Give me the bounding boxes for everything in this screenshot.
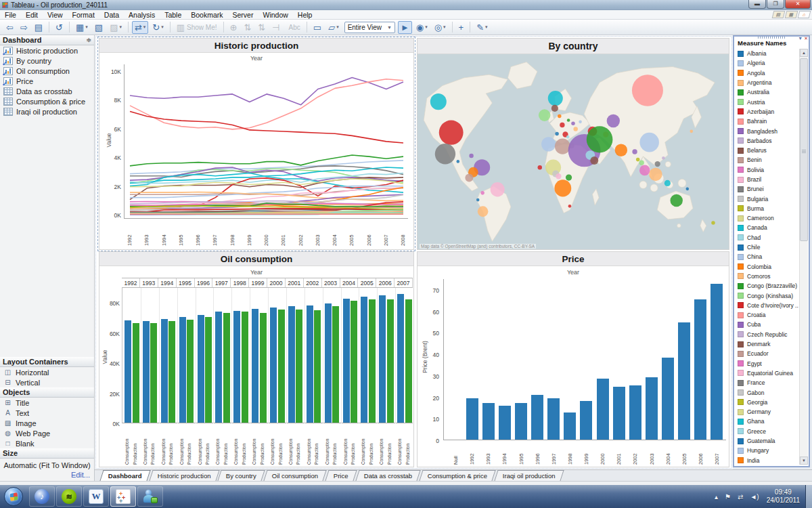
oc-bar-consumption-2003[interactable]	[325, 303, 332, 423]
oc-bar-consumption-1999[interactable]	[252, 309, 258, 423]
size-edit-link[interactable]: Edit...	[0, 471, 94, 481]
map-bubble-poland[interactable]	[567, 119, 570, 122]
object-item-title[interactable]: ⊞Title	[0, 398, 94, 408]
legend-item-bangladesh[interactable]: Bangladesh	[736, 126, 798, 135]
map-bubble-cameroon[interactable]	[556, 173, 561, 179]
oc-bar-consumption-1994[interactable]	[161, 319, 168, 423]
oc-bar-production-1998[interactable]	[242, 312, 248, 423]
legend-item-canada[interactable]: Canada	[736, 223, 798, 232]
legend-item-comoros[interactable]: Comoros	[736, 272, 798, 281]
toolbar-presentation-mode[interactable]: ▭	[311, 21, 324, 34]
toolbar-new-dashboard[interactable]: ▧	[92, 21, 106, 34]
map-bubble-bolivia[interactable]	[476, 198, 480, 202]
legend-item-cameroon[interactable]: Cameroon	[736, 213, 798, 223]
tab-iraqi-oil-production[interactable]: Iraqi oil production	[495, 470, 564, 481]
legend-item-gabon[interactable]: Gabon	[736, 387, 798, 397]
legend-item-argentina[interactable]: Argentina	[736, 78, 798, 87]
oc-bar-production-1999[interactable]	[260, 313, 267, 423]
map-bubble-denmark[interactable]	[558, 114, 562, 119]
sidebar-item-consumption-price[interactable]: Consumption & price	[0, 96, 94, 106]
legend-item-brazil[interactable]: Brazil	[736, 175, 798, 184]
layout-item-vertical[interactable]: ⊟Vertical	[0, 377, 94, 387]
menu-window[interactable]: Window	[258, 11, 292, 19]
legend-item-bahrain[interactable]: Bahrain	[736, 117, 798, 126]
line-series-iran[interactable]	[130, 155, 403, 166]
legend-item-bolivia[interactable]: Bolivia	[736, 165, 798, 175]
legend-item-azerbaijan[interactable]: Azerbaijan	[736, 107, 798, 117]
oc-bar-production-1997[interactable]	[223, 313, 230, 423]
oc-bar-consumption-1998[interactable]	[233, 311, 240, 423]
oc-bar-production-1993[interactable]	[150, 323, 157, 423]
map-bubble-papua-new-guinea[interactable]	[686, 187, 690, 190]
close-button[interactable]: ✕	[785, 0, 811, 9]
price-bar-1997[interactable]	[547, 398, 560, 440]
taskbar-spotify-button[interactable]: ≋	[56, 486, 82, 507]
toolbar-new-worksheet[interactable]: ▦▾	[73, 21, 91, 34]
toolbar-pin[interactable]: +	[456, 21, 467, 34]
tab-consumption-price[interactable]: Consumption & price	[420, 470, 496, 481]
oc-bar-consumption-2000[interactable]	[270, 308, 277, 423]
show-desktop-button[interactable]	[805, 485, 812, 508]
toolbar-fit-selector[interactable]: Entire View▼	[344, 22, 395, 33]
map-bubble-malaysia[interactable]	[639, 165, 650, 176]
legend-item-angola[interactable]: Angola	[736, 68, 798, 78]
object-item-text[interactable]: AText	[0, 408, 94, 418]
toolbar-pan[interactable]: ◎▾	[432, 21, 449, 34]
by-country-panel[interactable]: By country	[417, 38, 729, 250]
toolbar-annotate[interactable]: ✎▾	[474, 21, 490, 34]
network-icon[interactable]: ⇄	[738, 493, 743, 501]
legend-close-icon[interactable]: ✕	[804, 36, 808, 41]
legend-item-croatia[interactable]: Croatia	[736, 310, 798, 320]
toolbar-clear-sheet[interactable]: ↻▾	[150, 21, 166, 34]
toolbar-undo[interactable]: ↺	[53, 21, 66, 34]
sidebar-item-iraqi-oil-production[interactable]: Iraqi oil production	[0, 106, 94, 117]
oc-plot-area[interactable]	[122, 288, 413, 423]
map-bubble-mexico[interactable]	[435, 144, 455, 165]
legend-item-benin[interactable]: Benin	[736, 155, 798, 165]
legend-item-austria[interactable]: Austria	[736, 97, 798, 106]
tab-dashboard[interactable]: Dashboard	[99, 470, 150, 481]
taskbar-tableau-button[interactable]: ++++	[110, 486, 136, 507]
map-bubble-angola[interactable]	[554, 179, 571, 196]
legend-item-denmark[interactable]: Denmark	[736, 339, 798, 349]
legend-item-bulgaria[interactable]: Bulgaria	[736, 194, 798, 203]
menu-data[interactable]: Data	[99, 11, 124, 19]
price-bar-1996[interactable]	[531, 395, 543, 440]
legend-menu-icon[interactable]: ▼	[798, 36, 803, 41]
oc-bar-production-2004[interactable]	[351, 301, 357, 423]
menu-help[interactable]: Help	[293, 11, 317, 19]
menu-server[interactable]: Server	[228, 11, 258, 19]
toolbar-swap-rows-columns[interactable]: ⇄▾	[132, 21, 148, 34]
oc-bar-consumption-2006[interactable]	[379, 295, 386, 423]
toolbar-fit[interactable]: ▱▾	[325, 21, 342, 34]
map-bubble-burma[interactable]	[636, 158, 640, 162]
menu-table[interactable]: Table	[160, 11, 186, 19]
oc-bar-production-1996[interactable]	[205, 317, 212, 423]
oc-bar-production-2002[interactable]	[314, 310, 321, 423]
oc-bar-production-2001[interactable]	[296, 310, 302, 423]
oc-bar-consumption-1995[interactable]	[179, 317, 186, 423]
oc-bar-consumption-1997[interactable]	[215, 312, 222, 423]
legend-item-albania[interactable]: Albania	[736, 49, 798, 58]
legend-item-ghana[interactable]: Ghana	[736, 417, 798, 426]
menu-edit[interactable]: Edit	[21, 11, 43, 19]
map-bubble-brazil[interactable]	[491, 182, 505, 196]
sidebar-item-by-country[interactable]: ✓By country	[0, 56, 94, 66]
layout-item-horizontal[interactable]: ◫Horizontal	[0, 367, 94, 377]
taskbar-word-button[interactable]: W	[83, 486, 109, 507]
legend-item-greece[interactable]: Greece	[736, 427, 798, 436]
sidebar-item-price[interactable]: ✓Price	[0, 76, 94, 86]
minimize-button[interactable]: ▬	[748, 0, 766, 9]
price-bar-1995[interactable]	[515, 403, 527, 440]
sidebar-item-historic-production[interactable]: ✓Historic production	[0, 45, 94, 56]
line-series-united-states[interactable]	[130, 111, 403, 143]
legend-item-germany[interactable]: Germany	[736, 407, 798, 417]
legend-item-congo-kinshasa[interactable]: Congo (Kinshasa)	[736, 291, 798, 300]
oc-bar-production-2005[interactable]	[369, 299, 376, 423]
legend-item-india[interactable]: India	[736, 455, 798, 465]
legend-item-belarus[interactable]: Belarus	[736, 146, 798, 155]
price-panel[interactable]: Price Year Price (Brent) 010203040506070…	[417, 251, 729, 467]
price-bar-1992[interactable]	[466, 398, 478, 440]
price-bar-2006[interactable]	[694, 299, 706, 440]
map-bubble-germany[interactable]	[560, 123, 564, 127]
